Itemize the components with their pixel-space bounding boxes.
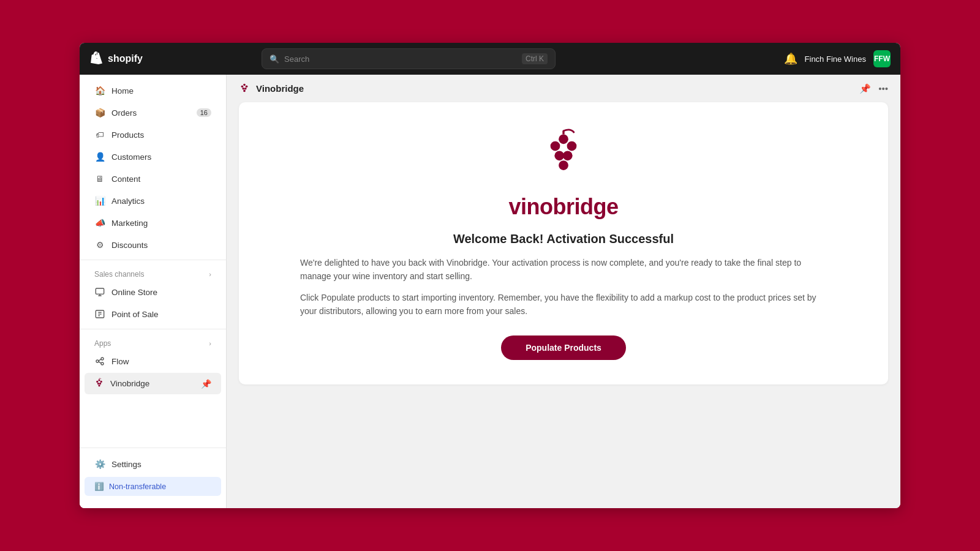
search-icon: 🔍 [270,54,279,64]
non-transferable-label: Non-transferable [109,482,166,491]
sidebar-label-marketing: Marketing [111,219,148,228]
sidebar-item-home[interactable]: 🏠 Home [85,80,221,101]
sidebar-label-customers: Customers [111,152,151,162]
sidebar-item-settings[interactable]: ⚙️ Settings [85,454,221,474]
vinobridge-grape-logo [536,127,591,182]
sidebar-label-content: Content [111,174,140,184]
sales-channels-label: Sales channels [94,270,144,279]
sidebar-label-vinobridge: Vinobridge [110,379,149,388]
sidebar-label-home: Home [111,86,134,96]
svg-point-22 [243,90,246,92]
svg-rect-0 [96,288,104,294]
sidebar-bottom: ⚙️ Settings ℹ️ Non-transferable [80,448,226,503]
non-transferable-banner: ℹ️ Non-transferable [85,477,221,496]
sidebar-item-content[interactable]: 🖥 Content [85,168,221,189]
svg-point-12 [100,381,102,383]
sidebar-divider-2 [80,329,226,329]
svg-point-7 [101,362,104,365]
content-header-left: Vinobridge [239,82,304,95]
sidebar-item-customers[interactable]: 👤 Customers [85,146,221,167]
sidebar-divider-1 [80,260,226,260]
notification-bell-icon[interactable]: 🔔 [784,52,797,66]
svg-point-23 [559,134,568,144]
shopify-text: shopify [108,53,143,64]
svg-point-21 [244,88,247,90]
sidebar-item-products[interactable]: 🏷 Products [85,124,221,145]
info-icon: ℹ️ [94,482,104,491]
shopify-logo[interactable]: shopify [89,51,143,66]
svg-point-17 [243,84,246,86]
svg-point-28 [559,160,568,170]
svg-line-8 [99,359,101,361]
content-icon: 🖥 [94,173,105,184]
content-area: Vinobridge 📌 ••• [227,75,900,508]
marketing-icon: 📣 [94,217,105,228]
svg-point-15 [98,384,100,386]
content-header-right: 📌 ••• [859,83,888,94]
sales-channels-chevron-icon[interactable]: › [209,271,211,278]
pin-header-icon[interactable]: 📌 [859,83,871,94]
online-store-icon [94,287,105,298]
home-icon: 🏠 [94,85,105,96]
sidebar: 🏠 Home 📦 Orders 16 🏷 Products 👤 Customer… [80,75,227,508]
svg-point-19 [246,85,248,88]
sidebar-label-analytics: Analytics [111,197,145,206]
vinobridge-logo-text: vinobridge [508,194,618,220]
sidebar-item-flow[interactable]: Flow [85,351,221,372]
search-shortcut: Ctrl K [522,53,548,64]
vinobridge-header-icon [239,82,250,95]
card-body-2: Click Populate products to start importi… [300,291,827,318]
sidebar-item-orders[interactable]: 📦 Orders 16 [85,102,221,123]
card-body-1: We're delighted to have you back with Vi… [300,256,827,283]
vinobridge-pin-icon[interactable]: 📌 [201,379,211,389]
sidebar-item-vinobridge[interactable]: Vinobridge 📌 [85,373,221,394]
sidebar-label-orders: Orders [111,108,137,118]
sidebar-label-settings: Settings [111,460,141,469]
svg-point-25 [567,141,577,151]
search-input[interactable] [284,54,517,64]
sidebar-label-products: Products [111,130,144,140]
svg-point-24 [551,141,560,151]
sidebar-item-marketing[interactable]: 📣 Marketing [85,212,221,233]
sidebar-item-point-of-sale[interactable]: Point of Sale [85,304,221,324]
store-name: Finch Fine Wines [805,54,866,64]
sales-channels-section: Sales channels › [80,264,226,281]
sidebar-label-discounts: Discounts [111,241,148,250]
sidebar-item-online-store[interactable]: Online Store [85,282,221,302]
svg-point-5 [96,360,99,362]
apps-label: Apps [94,339,111,348]
content-header: Vinobridge 📌 ••• [227,75,900,102]
main-card: vinobridge Welcome Back! Activation Succ… [239,102,888,384]
vinobridge-logo-container [536,127,591,184]
more-options-icon[interactable]: ••• [878,83,888,94]
svg-point-18 [241,85,244,88]
apps-chevron-icon[interactable]: › [209,340,211,347]
sidebar-label-online-store: Online Store [111,288,157,297]
svg-point-14 [99,383,101,384]
orders-badge: 16 [197,108,211,117]
settings-icon: ⚙️ [94,459,105,470]
vinobridge-sidebar-icon [94,378,104,389]
svg-point-27 [563,151,573,160]
svg-point-20 [242,88,244,90]
customers-icon: 👤 [94,151,105,162]
orders-icon: 📦 [94,107,105,118]
main-area: 🏠 Home 📦 Orders 16 🏷 Products 👤 Customer… [80,75,900,508]
flow-icon [94,356,105,367]
svg-point-13 [97,383,99,384]
search-bar[interactable]: 🔍 Ctrl K [262,48,556,69]
shopify-logo-icon [89,51,104,66]
store-avatar[interactable]: FFW [873,50,891,67]
sidebar-item-analytics[interactable]: 📊 Analytics [85,190,221,211]
analytics-icon: 📊 [94,195,105,206]
svg-point-6 [101,358,104,360]
svg-point-11 [96,381,98,383]
svg-point-26 [554,151,564,160]
top-bar: shopify 🔍 Ctrl K 🔔 Finch Fine Wines FFW [80,43,900,75]
apps-section: Apps › [80,333,226,350]
page-title: Vinobridge [256,83,304,94]
populate-products-button[interactable]: Populate Products [501,335,626,360]
svg-point-10 [98,379,100,381]
top-bar-right: 🔔 Finch Fine Wines FFW [784,50,891,67]
sidebar-item-discounts[interactable]: ⚙ Discounts [85,234,221,255]
